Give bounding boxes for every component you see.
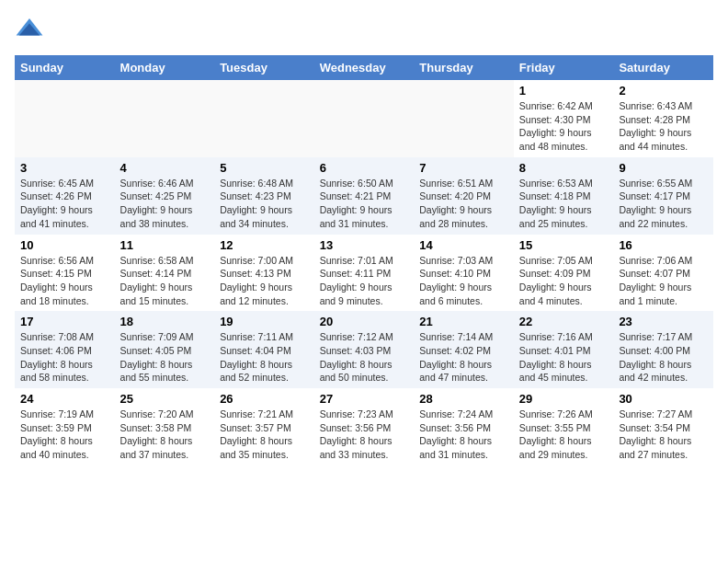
- day-info: Sunrise: 6:56 AMSunset: 4:15 PMDaylight:…: [20, 254, 109, 308]
- week-row-4: 24Sunrise: 7:19 AMSunset: 3:59 PMDayligh…: [15, 388, 713, 465]
- day-info: Sunrise: 7:19 AMSunset: 3:59 PMDaylight:…: [20, 408, 109, 462]
- day-number: 10: [20, 238, 109, 252]
- day-number: 11: [120, 238, 210, 252]
- day-info: Sunrise: 7:23 AMSunset: 3:56 PMDaylight:…: [320, 408, 409, 462]
- day-cell: 30Sunrise: 7:27 AMSunset: 3:54 PMDayligh…: [613, 388, 713, 465]
- day-info: Sunrise: 7:00 AMSunset: 4:13 PMDaylight:…: [220, 254, 309, 308]
- day-cell: [214, 80, 314, 157]
- day-cell: 23Sunrise: 7:17 AMSunset: 4:00 PMDayligh…: [613, 311, 713, 388]
- day-cell: 16Sunrise: 7:06 AMSunset: 4:07 PMDayligh…: [613, 235, 713, 312]
- day-info: Sunrise: 7:24 AMSunset: 3:56 PMDaylight:…: [419, 408, 508, 462]
- day-number: 20: [320, 315, 409, 328]
- day-number: 1: [519, 84, 609, 98]
- day-info: Sunrise: 6:53 AMSunset: 4:18 PMDaylight:…: [519, 177, 609, 231]
- week-row-3: 17Sunrise: 7:08 AMSunset: 4:06 PMDayligh…: [15, 311, 713, 388]
- day-number: 16: [619, 238, 708, 252]
- day-number: 24: [20, 392, 109, 406]
- day-info: Sunrise: 7:03 AMSunset: 4:10 PMDaylight:…: [419, 254, 508, 308]
- day-info: Sunrise: 6:55 AMSunset: 4:17 PMDaylight:…: [619, 177, 708, 231]
- day-number: 29: [519, 392, 609, 406]
- day-number: 23: [619, 315, 708, 328]
- day-info: Sunrise: 7:17 AMSunset: 4:00 PMDaylight:…: [619, 330, 708, 385]
- header-cell-wednesday: Wednesday: [314, 55, 415, 80]
- day-cell: 4Sunrise: 6:46 AMSunset: 4:25 PMDaylight…: [115, 157, 215, 235]
- day-number: 30: [619, 392, 708, 406]
- day-cell: 25Sunrise: 7:20 AMSunset: 3:58 PMDayligh…: [115, 388, 215, 465]
- day-number: 13: [320, 238, 409, 252]
- day-cell: 14Sunrise: 7:03 AMSunset: 4:10 PMDayligh…: [414, 235, 514, 312]
- day-cell: 24Sunrise: 7:19 AMSunset: 3:59 PMDayligh…: [15, 388, 115, 465]
- day-number: 2: [619, 84, 708, 98]
- day-cell: 22Sunrise: 7:16 AMSunset: 4:01 PMDayligh…: [514, 311, 614, 388]
- day-cell: 6Sunrise: 6:50 AMSunset: 4:21 PMDaylight…: [314, 157, 415, 235]
- week-row-2: 10Sunrise: 6:56 AMSunset: 4:15 PMDayligh…: [15, 235, 713, 312]
- day-cell: 15Sunrise: 7:05 AMSunset: 4:09 PMDayligh…: [514, 235, 614, 312]
- day-info: Sunrise: 6:50 AMSunset: 4:21 PMDaylight:…: [320, 177, 409, 231]
- day-cell: 27Sunrise: 7:23 AMSunset: 3:56 PMDayligh…: [314, 388, 415, 465]
- day-cell: 11Sunrise: 6:58 AMSunset: 4:14 PMDayligh…: [115, 235, 215, 312]
- day-info: Sunrise: 6:51 AMSunset: 4:20 PMDaylight:…: [419, 177, 508, 231]
- day-number: 3: [20, 161, 109, 175]
- day-info: Sunrise: 6:43 AMSunset: 4:28 PMDaylight:…: [619, 99, 708, 154]
- day-cell: 19Sunrise: 7:11 AMSunset: 4:04 PMDayligh…: [214, 311, 314, 388]
- day-number: 5: [220, 161, 309, 175]
- day-cell: [15, 80, 115, 157]
- day-info: Sunrise: 7:21 AMSunset: 3:57 PMDaylight:…: [220, 408, 309, 462]
- day-info: Sunrise: 7:06 AMSunset: 4:07 PMDaylight:…: [619, 254, 708, 308]
- day-cell: 26Sunrise: 7:21 AMSunset: 3:57 PMDayligh…: [214, 388, 314, 465]
- header-cell-saturday: Saturday: [613, 55, 713, 80]
- header-cell-tuesday: Tuesday: [214, 55, 314, 80]
- day-cell: 17Sunrise: 7:08 AMSunset: 4:06 PMDayligh…: [15, 311, 115, 388]
- day-cell: 10Sunrise: 6:56 AMSunset: 4:15 PMDayligh…: [15, 235, 115, 312]
- day-cell: 13Sunrise: 7:01 AMSunset: 4:11 PMDayligh…: [314, 235, 415, 312]
- day-cell: [314, 80, 415, 157]
- day-cell: 12Sunrise: 7:00 AMSunset: 4:13 PMDayligh…: [214, 235, 314, 312]
- day-info: Sunrise: 6:58 AMSunset: 4:14 PMDaylight:…: [120, 254, 210, 308]
- day-cell: 9Sunrise: 6:55 AMSunset: 4:17 PMDaylight…: [613, 157, 713, 235]
- page-header: [15, 15, 713, 44]
- logo: [15, 15, 48, 44]
- day-number: 26: [220, 392, 309, 406]
- week-row-1: 3Sunrise: 6:45 AMSunset: 4:26 PMDaylight…: [15, 157, 713, 235]
- day-info: Sunrise: 7:12 AMSunset: 4:03 PMDaylight:…: [320, 330, 409, 385]
- day-info: Sunrise: 7:05 AMSunset: 4:09 PMDaylight:…: [519, 254, 609, 308]
- day-info: Sunrise: 7:27 AMSunset: 3:54 PMDaylight:…: [619, 408, 708, 462]
- header-row: SundayMondayTuesdayWednesdayThursdayFrid…: [15, 55, 713, 80]
- day-number: 18: [120, 315, 210, 328]
- header-cell-monday: Monday: [115, 55, 215, 80]
- day-number: 27: [320, 392, 409, 406]
- day-cell: [115, 80, 215, 157]
- day-info: Sunrise: 6:48 AMSunset: 4:23 PMDaylight:…: [220, 177, 309, 231]
- day-info: Sunrise: 7:09 AMSunset: 4:05 PMDaylight:…: [120, 330, 210, 385]
- day-number: 9: [619, 161, 708, 175]
- day-number: 22: [519, 315, 609, 328]
- calendar-table: SundayMondayTuesdayWednesdayThursdayFrid…: [15, 55, 713, 465]
- day-info: Sunrise: 7:01 AMSunset: 4:11 PMDaylight:…: [320, 254, 409, 308]
- header-cell-friday: Friday: [514, 55, 614, 80]
- week-row-0: 1Sunrise: 6:42 AMSunset: 4:30 PMDaylight…: [15, 80, 713, 157]
- calendar-body: 1Sunrise: 6:42 AMSunset: 4:30 PMDaylight…: [15, 80, 713, 465]
- day-info: Sunrise: 6:45 AMSunset: 4:26 PMDaylight:…: [20, 177, 109, 231]
- day-cell: 21Sunrise: 7:14 AMSunset: 4:02 PMDayligh…: [414, 311, 514, 388]
- day-number: 6: [320, 161, 409, 175]
- day-cell: 18Sunrise: 7:09 AMSunset: 4:05 PMDayligh…: [115, 311, 215, 388]
- day-info: Sunrise: 6:46 AMSunset: 4:25 PMDaylight:…: [120, 177, 210, 231]
- header-cell-thursday: Thursday: [414, 55, 514, 80]
- day-number: 15: [519, 238, 609, 252]
- day-info: Sunrise: 7:20 AMSunset: 3:58 PMDaylight:…: [120, 408, 210, 462]
- logo-icon: [15, 15, 44, 44]
- day-cell: 29Sunrise: 7:26 AMSunset: 3:55 PMDayligh…: [514, 388, 614, 465]
- day-cell: 28Sunrise: 7:24 AMSunset: 3:56 PMDayligh…: [414, 388, 514, 465]
- day-info: Sunrise: 6:42 AMSunset: 4:30 PMDaylight:…: [519, 99, 609, 154]
- day-number: 19: [220, 315, 309, 328]
- day-cell: 5Sunrise: 6:48 AMSunset: 4:23 PMDaylight…: [214, 157, 314, 235]
- day-number: 28: [419, 392, 508, 406]
- day-number: 8: [519, 161, 609, 175]
- day-cell: 2Sunrise: 6:43 AMSunset: 4:28 PMDaylight…: [613, 80, 713, 157]
- day-number: 25: [120, 392, 210, 406]
- day-number: 7: [419, 161, 508, 175]
- day-cell: [414, 80, 514, 157]
- day-number: 17: [20, 315, 109, 328]
- day-cell: 20Sunrise: 7:12 AMSunset: 4:03 PMDayligh…: [314, 311, 415, 388]
- day-info: Sunrise: 7:11 AMSunset: 4:04 PMDaylight:…: [220, 330, 309, 385]
